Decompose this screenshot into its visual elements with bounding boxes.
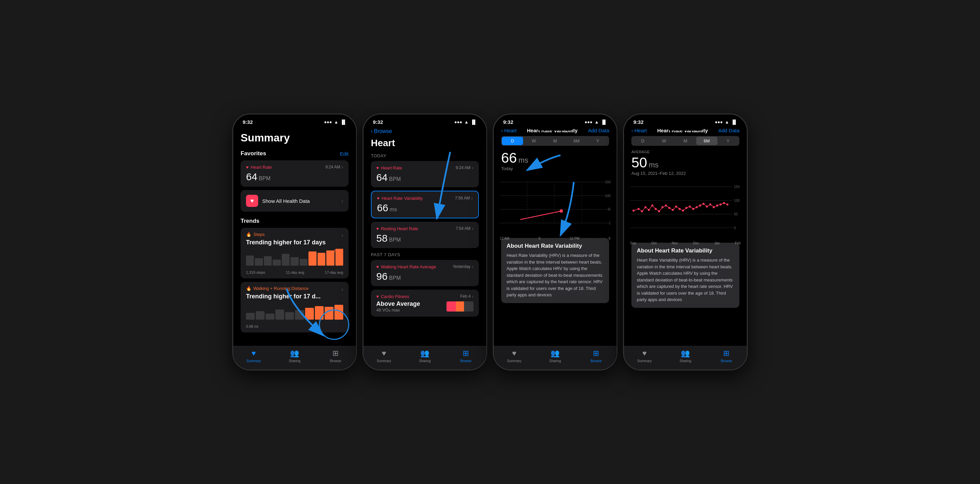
- phones-container: 9:32 ●●● ▲ ▐▌ Summary Favorites Edit: [232, 114, 748, 370]
- add-data-button-3[interactable]: Add Data: [588, 127, 609, 133]
- walking-hr-name: ♥ Walking Heart Rate Average: [376, 264, 436, 269]
- hrv-time: 7:56 AM ›: [455, 196, 473, 201]
- browse-tab-label-4: Browse: [721, 359, 732, 363]
- status-time-3: 9:32: [503, 119, 513, 125]
- tab-sharing-4[interactable]: 👥 Sharing: [665, 349, 706, 363]
- edit-button[interactable]: Edit: [340, 151, 348, 157]
- filter-D-3[interactable]: D: [502, 137, 523, 145]
- health-icon: ♥: [246, 195, 258, 207]
- tab-browse-1[interactable]: ⊞ Browse: [315, 349, 356, 363]
- x-label-feb: Feb: [735, 241, 741, 245]
- back-heart-button-4[interactable]: ‹ Heart: [632, 127, 647, 133]
- cardio-fitness-value: Above Average: [376, 300, 420, 307]
- svg-text:150: 150: [605, 180, 611, 184]
- wifi-icon-4: ▲: [725, 119, 729, 124]
- browse-tab-icon-4: ⊞: [723, 349, 729, 358]
- resting-hr-unit: BPM: [389, 237, 401, 243]
- heart-rate-title: ♥ Heart Rate: [246, 165, 272, 170]
- summary-tab-label-1: Summary: [247, 359, 261, 363]
- hrv-card[interactable]: ♥ Heart Rate Variability 7:56 AM › 66 ms: [371, 191, 479, 218]
- x-label-dec: Dec: [693, 241, 699, 245]
- steps-description: Trending higher for 17 days: [246, 239, 343, 246]
- tab-summary-2[interactable]: ♥ Summary: [363, 349, 404, 363]
- add-data-button-4[interactable]: Add Data: [718, 127, 740, 133]
- tab-summary-4[interactable]: ♥ Summary: [624, 349, 665, 363]
- heart-rate-card[interactable]: ♥ Heart Rate 9:24 AM › 64 BPM: [240, 160, 348, 187]
- walking-hr-value: 96 BPM: [376, 271, 474, 282]
- steps-stats: 1,319 steps 11-day avg 17-day avg: [246, 271, 343, 274]
- tab-browse-4[interactable]: ⊞ Browse: [706, 349, 747, 363]
- filter-Y-4[interactable]: Y: [718, 137, 739, 145]
- resting-hr-value: 58 BPM: [376, 232, 474, 244]
- browse-tab-icon-2: ⊞: [463, 349, 469, 358]
- heart-rate-card-2[interactable]: ♥ Heart Rate 9:24 AM › 64 BPM: [371, 161, 479, 187]
- filter-6M-4[interactable]: 6M: [696, 137, 718, 145]
- hrv-value: 66 ms: [377, 202, 473, 213]
- heart-rate-value: 64 BPM: [246, 171, 343, 183]
- filter-M-3[interactable]: M: [544, 137, 566, 145]
- svg-text:0: 0: [609, 221, 611, 225]
- svg-point-30: [651, 205, 653, 207]
- svg-point-27: [641, 210, 643, 212]
- time-filter-3: D W M 6M Y: [501, 136, 609, 146]
- walking-stats: 0.68 mi: [246, 324, 343, 328]
- walking-hr-unit: BPM: [389, 275, 401, 281]
- back-heart-button-3[interactable]: ‹ Heart: [501, 127, 517, 133]
- wifi-icon-3: ▲: [595, 119, 599, 124]
- hrv-day-value-block: 66 ms Today: [501, 150, 609, 171]
- signal-icon-3: ●●●: [584, 119, 593, 124]
- browse-tab-icon-3: ⊞: [593, 349, 599, 358]
- tab-browse-2[interactable]: ⊞ Browse: [445, 349, 486, 363]
- filter-W-4[interactable]: W: [653, 137, 675, 145]
- svg-point-50: [719, 204, 722, 205]
- steps-trend-card[interactable]: 🔥 Steps › Trending higher for 17 days 6,…: [240, 228, 348, 279]
- about-hrv-text-3: Heart Rate Variability (HRV) is a measur…: [506, 252, 604, 298]
- show-all-label: Show All Health Data: [262, 198, 337, 204]
- chevron-walking: ›: [472, 264, 474, 269]
- steps-label: 🔥 Steps: [246, 232, 264, 237]
- hrv-6m-unit: ms: [649, 161, 659, 169]
- cardio-fitness-card[interactable]: ♥ Cardio Fitness Feb 4 › Above Average 4…: [371, 290, 479, 317]
- back-heart-label-4: Heart: [635, 127, 647, 133]
- tab-summary-3[interactable]: ♥ Summary: [494, 349, 535, 363]
- walking-bars: [246, 303, 343, 320]
- hrv-day-x-labels: 12 AM 6 12 PM 6: [500, 237, 611, 240]
- svg-point-31: [655, 208, 657, 210]
- browse-tab-label-3: Browse: [590, 359, 602, 363]
- show-all-health-data[interactable]: ♥ Show All Health Data ›: [240, 190, 348, 212]
- tab-sharing-3[interactable]: 👥 Sharing: [535, 349, 575, 363]
- walking-trend-card[interactable]: 🔥 Walking + Running Distance › Trending …: [240, 282, 348, 333]
- walking-hr-card[interactable]: ♥ Walking Heart Rate Average Yesterday ›…: [371, 260, 479, 286]
- signal-icon-4: ●●●: [715, 119, 723, 124]
- tab-browse-3[interactable]: ⊞ Browse: [576, 349, 617, 363]
- tab-sharing-1[interactable]: 👥 Sharing: [274, 349, 315, 363]
- tab-sharing-2[interactable]: 👥 Sharing: [404, 349, 445, 363]
- svg-point-38: [679, 208, 681, 210]
- status-time-4: 9:32: [633, 119, 644, 125]
- summary-tab-icon-3: ♥: [512, 349, 516, 358]
- filter-Y-3[interactable]: Y: [587, 137, 608, 145]
- tab-summary-1[interactable]: ♥ Summary: [233, 349, 274, 363]
- trends-header: Trends: [240, 218, 348, 224]
- sharing-tab-label-3: Sharing: [549, 359, 561, 363]
- time-filter-4: D W M 6M Y: [632, 136, 740, 146]
- svg-text:0: 0: [734, 226, 736, 230]
- past7-label: Past 7 Days: [371, 252, 479, 257]
- x-label-6: 6: [539, 237, 541, 240]
- filter-M-4[interactable]: M: [675, 137, 696, 145]
- steps-bars: [246, 249, 343, 266]
- chevron-rhr: ›: [472, 226, 474, 231]
- filter-6M-3[interactable]: 6M: [566, 137, 587, 145]
- walking-chevron: ›: [342, 287, 343, 292]
- hrv-day-chart: 150 100 50 0 12 AM 6: [500, 174, 611, 234]
- status-icons-2: ●●● ▲ ▐▌: [454, 119, 477, 124]
- screen-summary: Summary Favorites Edit ♥ Heart Rate: [233, 126, 356, 362]
- today-label: Today: [371, 153, 479, 158]
- resting-hr-card[interactable]: ♥ Resting Heart Rate 7:54 AM › 58 BPM: [371, 222, 479, 248]
- filter-W-3[interactable]: W: [523, 137, 544, 145]
- filter-D-4[interactable]: D: [632, 137, 653, 145]
- back-browse-button[interactable]: ‹ Browse: [371, 128, 392, 134]
- svg-point-25: [632, 210, 635, 212]
- dynamic-island-4: [665, 119, 705, 131]
- back-label: Browse: [374, 128, 392, 134]
